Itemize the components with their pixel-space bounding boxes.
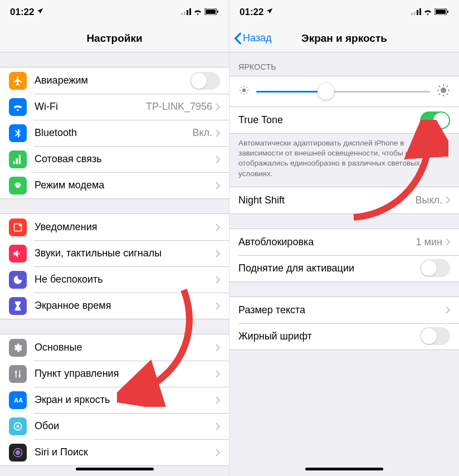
truetone-label: True Tone bbox=[238, 114, 420, 126]
home-indicator[interactable] bbox=[76, 468, 154, 470]
row-label: Экран и яркость bbox=[35, 394, 216, 406]
boldtext-label: Жирный шрифт bbox=[238, 331, 420, 342]
settings-row-wifi[interactable]: Wi-FiTP-LINK_7956 bbox=[0, 94, 229, 120]
home-indicator[interactable] bbox=[305, 468, 383, 470]
row-label: Основные bbox=[35, 342, 216, 353]
brightness-slider[interactable] bbox=[256, 83, 430, 100]
row-boldtext[interactable]: Жирный шрифт bbox=[230, 323, 459, 349]
autolock-label: Автоблокировка bbox=[238, 236, 416, 248]
battery-icon bbox=[434, 7, 449, 18]
row-label: Звуки, тактильные сигналы bbox=[35, 247, 216, 259]
row-textsize[interactable]: Размер текста bbox=[230, 297, 459, 323]
settings-row-bluetooth[interactable]: BluetoothВкл. bbox=[0, 120, 229, 146]
svg-rect-26 bbox=[436, 9, 446, 14]
display-icon: AA bbox=[9, 391, 27, 409]
svg-rect-23 bbox=[417, 10, 418, 15]
general-icon bbox=[9, 339, 27, 357]
svg-rect-21 bbox=[411, 13, 413, 15]
chevron-right-icon bbox=[216, 250, 220, 258]
control-icon bbox=[9, 365, 27, 383]
settings-row-notifications[interactable]: Уведомления bbox=[0, 214, 229, 240]
signal-icon bbox=[411, 7, 421, 18]
chevron-right-icon bbox=[216, 182, 220, 190]
svg-rect-1 bbox=[184, 12, 185, 15]
row-label: Сотовая связь bbox=[35, 153, 216, 165]
screentime-icon bbox=[9, 297, 27, 315]
row-value: TP-LINK_7956 bbox=[146, 101, 212, 113]
row-label: Siri и Поиск bbox=[35, 446, 216, 458]
chevron-right-icon bbox=[216, 370, 220, 378]
autolock-value: 1 мин bbox=[416, 236, 442, 248]
row-label: Не беспокоить bbox=[35, 274, 216, 285]
settings-row-control[interactable]: Пункт управления bbox=[0, 361, 229, 387]
chevron-right-icon bbox=[216, 302, 220, 310]
row-value: Вкл. bbox=[192, 127, 212, 139]
svg-point-9 bbox=[19, 224, 22, 226]
row-label: Пункт управления bbox=[35, 368, 216, 380]
wallpaper-icon bbox=[9, 417, 27, 435]
svg-line-36 bbox=[246, 87, 247, 88]
back-button[interactable]: Назад bbox=[230, 32, 272, 45]
svg-rect-0 bbox=[181, 13, 183, 15]
sounds-icon bbox=[9, 245, 27, 263]
svg-rect-3 bbox=[189, 8, 191, 15]
textsize-label: Размер текста bbox=[238, 304, 446, 316]
wifi-icon bbox=[9, 98, 27, 116]
row-raise-to-wake[interactable]: Поднятие для активации bbox=[230, 255, 459, 281]
svg-rect-5 bbox=[206, 9, 216, 14]
chevron-right-icon bbox=[216, 156, 220, 163]
airplane-toggle[interactable] bbox=[190, 72, 220, 90]
brightness-slider-row bbox=[230, 76, 459, 106]
status-time: 01:22 bbox=[10, 7, 34, 18]
row-autolock[interactable]: Автоблокировка 1 мин bbox=[230, 229, 459, 255]
truetone-toggle[interactable] bbox=[420, 111, 450, 129]
chevron-right-icon bbox=[216, 422, 220, 430]
row-label: Режим модема bbox=[35, 179, 216, 191]
back-label: Назад bbox=[243, 32, 272, 44]
settings-row-siri[interactable]: Siri и Поиск bbox=[0, 439, 229, 465]
row-label: Экранное время bbox=[35, 300, 216, 312]
siri-icon bbox=[9, 444, 27, 462]
dnd-icon bbox=[9, 271, 27, 289]
nightshift-value: Выкл. bbox=[415, 195, 442, 206]
settings-row-cellular[interactable]: Сотовая связь bbox=[0, 146, 229, 172]
brightness-high-icon bbox=[437, 84, 450, 99]
battery-icon bbox=[204, 7, 219, 18]
row-label: Bluetooth bbox=[35, 127, 192, 139]
row-truetone[interactable]: True Tone bbox=[230, 107, 459, 133]
settings-row-sounds[interactable]: Звуки, тактильные сигналы bbox=[0, 240, 229, 266]
raise-toggle[interactable] bbox=[420, 259, 450, 277]
chevron-right-icon bbox=[216, 344, 220, 352]
nav-bar: Назад Экран и яркость bbox=[230, 25, 459, 52]
wifi-icon bbox=[423, 7, 432, 18]
svg-rect-27 bbox=[447, 11, 448, 13]
settings-row-general[interactable]: Основные bbox=[0, 334, 229, 361]
chevron-right-icon bbox=[216, 224, 220, 231]
row-label: Авиарежим bbox=[35, 75, 190, 86]
settings-row-airplane[interactable]: Авиарежим bbox=[0, 67, 229, 94]
row-nightshift[interactable]: Night Shift Выкл. bbox=[230, 187, 459, 213]
svg-line-42 bbox=[439, 86, 440, 87]
chevron-right-icon bbox=[216, 103, 220, 111]
svg-rect-22 bbox=[414, 12, 416, 15]
signal-icon bbox=[181, 7, 191, 18]
chevron-right-icon bbox=[446, 238, 450, 246]
chevron-right-icon bbox=[216, 449, 220, 456]
svg-point-28 bbox=[242, 89, 246, 93]
location-icon bbox=[36, 7, 44, 18]
settings-row-screentime[interactable]: Экранное время bbox=[0, 293, 229, 319]
settings-row-wallpaper[interactable]: Обои bbox=[0, 413, 229, 439]
bluetooth-icon bbox=[9, 124, 27, 142]
chevron-right-icon bbox=[216, 276, 220, 284]
boldtext-toggle[interactable] bbox=[420, 327, 450, 345]
hotspot-icon bbox=[9, 177, 27, 195]
settings-row-display[interactable]: AAЭкран и яркость bbox=[0, 387, 229, 413]
settings-row-dnd[interactable]: Не беспокоить bbox=[0, 266, 229, 293]
svg-text:AA: AA bbox=[14, 397, 23, 404]
raise-label: Поднятие для активации bbox=[238, 263, 420, 274]
svg-point-7 bbox=[17, 184, 18, 186]
settings-row-hotspot[interactable]: Режим модема bbox=[0, 172, 229, 198]
svg-point-37 bbox=[441, 88, 446, 93]
airplane-icon bbox=[9, 72, 27, 90]
phone-display-brightness: 01:22 Назад Экран и яркость ЯРКОСТЬ bbox=[230, 0, 459, 476]
